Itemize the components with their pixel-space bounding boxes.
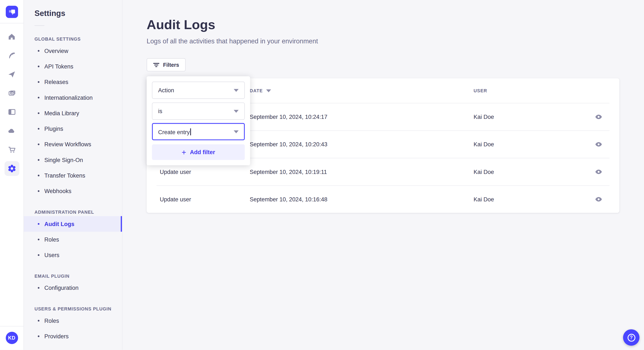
section-label: Administration Panel (24, 209, 122, 214)
cell-user: Kai Doe (474, 169, 581, 175)
settings-subnav: Settings Global Settings Overview API To… (24, 0, 122, 350)
page-subtitle: Logs of all the activities that happened… (146, 37, 644, 46)
bullet-icon (38, 159, 40, 161)
rail-nav (4, 29, 19, 176)
bullet-icon (38, 287, 40, 289)
page-title: Audit Logs (146, 16, 644, 33)
bullet-icon (38, 97, 40, 98)
table-row: Update user September 10, 2024, 10:16:48… (156, 185, 610, 213)
sidebar-item-admin-roles[interactable]: Roles (24, 232, 122, 247)
bullet-icon (38, 66, 40, 67)
bullet-icon (38, 190, 40, 192)
sidebar-item-api-tokens[interactable]: API Tokens (24, 59, 122, 74)
sidebar-item-media-library[interactable]: Media Library (24, 105, 122, 121)
paper-plane-icon[interactable] (4, 67, 19, 81)
sidebar-item-up-providers[interactable]: Providers (24, 329, 122, 344)
bullet-icon (38, 81, 40, 83)
bullet-icon (38, 223, 40, 225)
cell-date: September 10, 2024, 10:24:17 (250, 114, 474, 120)
plus-icon: + (182, 148, 186, 156)
filter-popover: Action is Create entry + Add filter (146, 76, 250, 165)
user-avatar[interactable]: KD (6, 332, 18, 344)
icon-rail: KD (0, 0, 24, 350)
cell-user: Kai Doe (474, 196, 581, 203)
main-content: Audit Logs Logs of all the activities th… (122, 0, 644, 350)
section-users-permissions-plugin: Users & Permissions plugin Roles Provide… (24, 306, 122, 344)
bullet-icon (38, 175, 40, 176)
chevron-down-icon (234, 89, 238, 92)
bullet-icon (38, 112, 40, 114)
add-filter-button[interactable]: + Add filter (152, 144, 245, 160)
bullet-icon (38, 50, 40, 52)
section-label: Users & Permissions plugin (24, 306, 122, 311)
strapi-settings-app: KD Settings Global Settings Overview API… (0, 0, 644, 350)
section-global-settings: Global Settings Overview API Tokens Rele… (24, 37, 122, 199)
strapi-logo-icon[interactable] (6, 6, 18, 18)
sidebar-item-admin-users[interactable]: Users (24, 247, 122, 263)
home-icon[interactable] (4, 29, 19, 44)
subnav-title: Settings (24, 9, 122, 18)
column-header-user: User (474, 88, 581, 93)
sidebar-item-transfer-tokens[interactable]: Transfer Tokens (24, 168, 122, 183)
bullet-icon (38, 254, 40, 256)
gear-icon[interactable] (4, 161, 19, 176)
sidebar-item-plugins[interactable]: Plugins (24, 121, 122, 137)
cell-user: Kai Doe (474, 141, 581, 148)
view-details-eye-icon[interactable] (593, 139, 604, 150)
sidebar-item-overview[interactable]: Overview (24, 43, 122, 58)
chevron-down-icon (234, 110, 238, 113)
cell-date: September 10, 2024, 10:20:43 (250, 141, 474, 148)
cell-date: September 10, 2024, 10:19:11 (250, 169, 474, 175)
column-header-date[interactable]: Date (250, 88, 474, 93)
cell-date: September 10, 2024, 10:16:48 (250, 196, 474, 203)
sidebar-item-releases[interactable]: Releases (24, 74, 122, 90)
sidebar-item-single-sign-on[interactable]: Single Sign-On (24, 152, 122, 168)
cell-action: Update user (156, 169, 250, 175)
bullet-icon (38, 128, 40, 130)
cloud-icon[interactable] (4, 123, 19, 138)
section-administration-panel: Administration Panel Audit Logs Roles Us… (24, 209, 122, 263)
media-library-icon[interactable] (4, 86, 19, 100)
view-details-eye-icon[interactable] (593, 166, 604, 177)
bullet-icon (38, 320, 40, 322)
filter-field-select[interactable]: Action (152, 82, 245, 99)
section-label: Email Plugin (24, 273, 122, 278)
bullet-icon (38, 144, 40, 145)
cart-icon[interactable] (4, 142, 19, 157)
filters-button[interactable]: Filters (146, 58, 186, 71)
sidebar-item-audit-logs[interactable]: Audit Logs (24, 216, 122, 232)
sidebar-item-internationalization[interactable]: Internationalization (24, 90, 122, 105)
bullet-icon (38, 336, 40, 337)
text-cursor (190, 128, 191, 135)
section-label: Global Settings (24, 37, 122, 41)
sidebar-item-email-configuration[interactable]: Configuration (24, 280, 122, 296)
view-details-eye-icon[interactable] (593, 193, 604, 205)
sidebar-item-up-roles[interactable]: Roles (24, 313, 122, 328)
filter-icon (153, 62, 159, 67)
help-button[interactable]: ? (623, 329, 640, 346)
filter-operator-select[interactable]: is (152, 103, 245, 120)
sidebar-item-review-workflows[interactable]: Review Workflows (24, 137, 122, 152)
sidebar-item-webhooks[interactable]: Webhooks (24, 183, 122, 199)
view-details-eye-icon[interactable] (593, 111, 604, 123)
filter-value-combobox[interactable]: Create entry (152, 123, 245, 140)
subnav-divider (34, 25, 44, 26)
feather-icon[interactable] (4, 48, 19, 63)
question-mark-icon: ? (628, 334, 635, 342)
rail-bottom: KD (0, 326, 24, 350)
cell-action: Update user (156, 196, 250, 203)
sort-descending-icon (266, 89, 271, 92)
chevron-down-icon (234, 130, 238, 133)
rail-divider (0, 326, 24, 327)
bullet-icon (38, 239, 40, 240)
rail-divider (0, 23, 24, 23)
section-email-plugin: Email Plugin Configuration (24, 273, 122, 296)
cell-user: Kai Doe (474, 114, 581, 120)
layout-icon[interactable] (4, 105, 19, 119)
